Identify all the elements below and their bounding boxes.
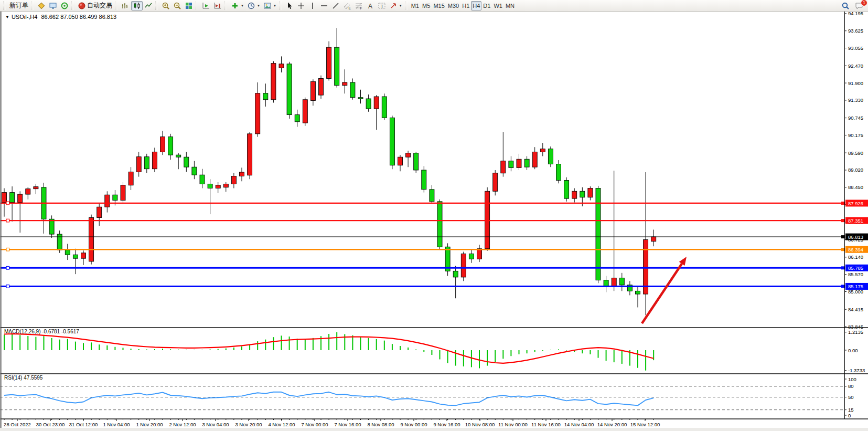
chart-shift-button[interactable]: [212, 1, 223, 10]
cursor-icon: [285, 2, 294, 10]
toolbar-grip: [405, 2, 408, 9]
svg-text:11 Nov 00:00: 11 Nov 00:00: [498, 422, 528, 427]
svg-text:10 Nov 08:00: 10 Nov 08:00: [465, 422, 495, 427]
svg-text:85.175: 85.175: [848, 283, 863, 289]
svg-text:9 Nov 16:00: 9 Nov 16:00: [433, 422, 460, 427]
timeframe-m30-button[interactable]: M30: [446, 1, 460, 10]
timeframe-h1-button[interactable]: H1: [460, 1, 471, 10]
toolbar-grip: [279, 2, 282, 9]
timeframe-m15-button[interactable]: M15: [432, 1, 446, 10]
arrows-button[interactable]: ▼: [388, 1, 404, 10]
svg-text:1 Nov 04:00: 1 Nov 04:00: [103, 422, 130, 427]
template-icon: [263, 2, 272, 10]
svg-text:14 Nov 04:00: 14 Nov 04:00: [564, 422, 594, 427]
svg-text:91.330: 91.330: [848, 97, 863, 103]
svg-text:84.415: 84.415: [848, 307, 863, 312]
svg-text:15 Nov 12:00: 15 Nov 12:00: [630, 422, 660, 427]
channel-button[interactable]: E: [341, 1, 353, 10]
timeframe-d1-button[interactable]: D1: [481, 1, 492, 10]
svg-text:50: 50: [848, 394, 854, 400]
svg-text:-1.3733: -1.3733: [848, 367, 865, 373]
text-a-icon: A: [366, 2, 374, 10]
svg-text:94.195: 94.195: [848, 12, 863, 16]
svg-text:83.845: 83.845: [848, 324, 863, 330]
svg-text:89.020: 89.020: [848, 167, 863, 173]
fibonacci-icon: F: [355, 2, 363, 10]
chevron-down-icon: ▼: [399, 4, 402, 7]
timeframe-mn-button[interactable]: MN: [504, 1, 516, 10]
tile-windows-button[interactable]: [183, 1, 195, 10]
svg-text:80: 80: [848, 383, 854, 389]
fibonacci-button[interactable]: F: [353, 1, 365, 10]
chevron-down-icon: ▼: [273, 4, 276, 7]
notifications-button[interactable]: 1: [853, 1, 865, 10]
search-icon: [841, 2, 850, 10]
vline-button[interactable]: [307, 1, 318, 10]
svg-text:3 Nov 04:00: 3 Nov 04:00: [202, 422, 229, 427]
crosshair-button[interactable]: [295, 1, 307, 10]
toolbar-grip: [71, 2, 74, 9]
toolbar-grip: [196, 2, 198, 9]
toolbar-grip: [155, 2, 158, 9]
line-chart-icon: [144, 2, 153, 10]
trendline-button[interactable]: [330, 1, 341, 10]
chart-canvas[interactable]: 94.19593.62593.05592.47091.90091.33090.7…: [0, 12, 868, 431]
candlestick-chart-button[interactable]: [131, 1, 143, 10]
toolbar: 新订单自动交易▼▼▼EFAT▼M1M5M15M30H1H4D1W1MN: [0, 0, 868, 12]
svg-text:15: 15: [848, 407, 854, 413]
monitor-icon: [49, 2, 57, 10]
metaeditor-button[interactable]: [36, 1, 47, 10]
hline-button[interactable]: [318, 1, 330, 10]
templates-button[interactable]: ▼: [262, 1, 278, 10]
gold-cube-icon: [37, 2, 46, 10]
periods-button[interactable]: ▼: [245, 1, 262, 10]
svg-text:4 Nov 12:00: 4 Nov 12:00: [268, 422, 295, 427]
toolbar-grip: [3, 2, 6, 9]
text-button[interactable]: A: [365, 1, 376, 10]
label-button[interactable]: T: [376, 1, 388, 10]
zoom-in-button[interactable]: [160, 1, 172, 10]
svg-text:9 Nov 00:00: 9 Nov 00:00: [400, 422, 427, 427]
signals-button[interactable]: [59, 1, 70, 10]
zoom-out-button[interactable]: [172, 1, 183, 10]
svg-text:0: 0: [848, 413, 851, 418]
svg-text:30 Oct 23:00: 30 Oct 23:00: [36, 422, 65, 427]
clock-icon: [247, 2, 255, 10]
toolbar-grip: [31, 2, 34, 9]
signal-icon: [60, 2, 69, 10]
svg-text:92.470: 92.470: [848, 63, 863, 69]
cursor-button[interactable]: [284, 1, 295, 10]
svg-text:T: T: [381, 3, 384, 8]
timeframe-m1-button[interactable]: M1: [410, 1, 421, 10]
svg-text:86.394: 86.394: [848, 247, 863, 253]
svg-text:91.900: 91.900: [848, 80, 863, 86]
toolbar-grip: [115, 2, 117, 9]
bar-chart-button[interactable]: [120, 1, 131, 10]
bar-chart-icon: [121, 2, 130, 10]
svg-text:100: 100: [848, 376, 856, 382]
autotrading-button[interactable]: 自动交易: [76, 1, 114, 10]
svg-text:90.175: 90.175: [848, 132, 863, 138]
auto-scroll-button[interactable]: [200, 1, 212, 10]
svg-text:14 Nov 20:00: 14 Nov 20:00: [597, 422, 627, 427]
timeframe-h4-button[interactable]: H4: [471, 1, 481, 10]
indicators-button[interactable]: ▼: [229, 1, 245, 10]
timeframe-m5-button[interactable]: M5: [421, 1, 432, 10]
new-order-button[interactable]: 新订单: [8, 1, 30, 10]
svg-text:85.785: 85.785: [848, 265, 863, 271]
svg-text:90.745: 90.745: [848, 115, 863, 121]
search-button[interactable]: [840, 1, 851, 10]
market-watch-button[interactable]: [47, 1, 59, 10]
arrow-tool-icon: [389, 2, 398, 10]
chevron-down-icon: ▼: [257, 4, 260, 7]
toolbar-grip: [224, 2, 227, 9]
svg-text:11 Nov 16:00: 11 Nov 16:00: [531, 422, 561, 427]
line-chart-button[interactable]: [143, 1, 154, 10]
svg-text:87.926: 87.926: [848, 201, 863, 206]
svg-text:86.813: 86.813: [848, 234, 863, 240]
svg-text:2 Nov 12:00: 2 Nov 12:00: [169, 422, 196, 427]
timeframe-w1-button[interactable]: W1: [492, 1, 504, 10]
zoom-out-icon: [173, 2, 181, 10]
one-click-trading-toggle[interactable]: ▼: [5, 15, 9, 19]
svg-text:8 Nov 08:00: 8 Nov 08:00: [367, 422, 394, 427]
